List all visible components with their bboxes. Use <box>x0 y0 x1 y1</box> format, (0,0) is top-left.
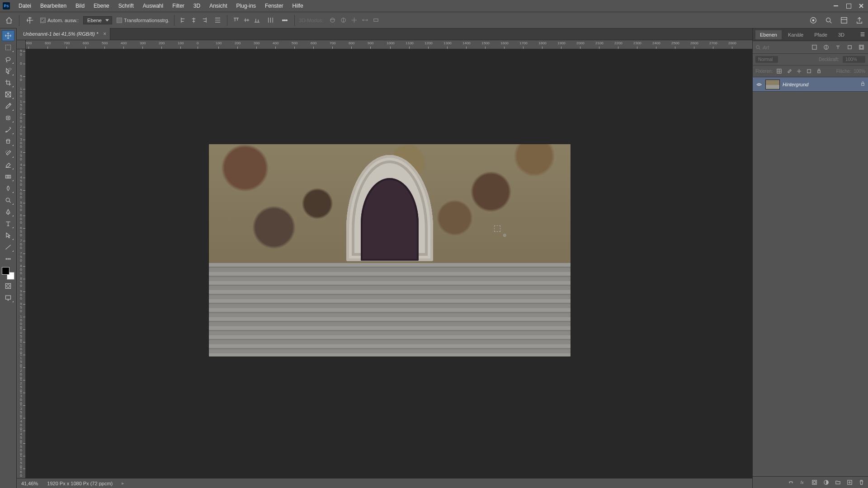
marquee-tool[interactable] <box>2 42 14 53</box>
3d-pan-button[interactable] <box>349 16 359 25</box>
pen-tool[interactable] <box>2 206 14 217</box>
healing-brush-tool[interactable] <box>2 113 14 123</box>
menu-bearbeiten[interactable]: Bearbeiten <box>36 1 71 10</box>
screen-mode-button[interactable] <box>2 292 14 303</box>
more-align-options-button[interactable] <box>280 15 290 25</box>
auto-select-type-dropdown[interactable]: Ebene <box>83 16 112 24</box>
tab-ebenen[interactable]: Ebenen <box>755 30 782 39</box>
delete-layer-button[interactable] <box>857 479 865 487</box>
layer-name[interactable]: Hintergrund <box>783 82 808 87</box>
frame-tool[interactable] <box>2 89 14 100</box>
layer-thumbnail[interactable] <box>765 80 780 89</box>
menu-3d[interactable]: 3D <box>189 1 204 10</box>
quick-mask-button[interactable] <box>2 281 14 291</box>
shape-tool[interactable] <box>2 242 14 253</box>
blend-mode-dropdown[interactable]: Normal <box>755 56 778 63</box>
filter-shape-button[interactable] <box>845 43 854 52</box>
dodge-tool[interactable] <box>2 195 14 206</box>
share-button[interactable] <box>854 15 864 25</box>
color-swatches[interactable] <box>2 267 14 280</box>
blur-tool[interactable] <box>2 183 14 194</box>
menu-filter[interactable]: Filter <box>168 1 189 10</box>
link-layers-button[interactable] <box>787 479 795 487</box>
menu-fenster[interactable]: Fenster <box>261 1 288 10</box>
layer-row[interactable]: Hintergrund <box>753 77 868 92</box>
menu-datei[interactable]: Datei <box>14 1 35 10</box>
layer-fx-button[interactable]: fx <box>798 479 807 487</box>
home-button[interactable] <box>4 15 14 26</box>
3d-orbit-button[interactable] <box>328 16 337 25</box>
document-image[interactable] <box>209 144 571 357</box>
workspace-switcher-button[interactable] <box>839 15 849 25</box>
clone-stamp-tool[interactable] <box>2 136 14 147</box>
filter-type-button[interactable] <box>834 43 842 52</box>
distribute-vertical-button[interactable] <box>266 16 275 25</box>
menu-hilfe[interactable]: Hilfe <box>288 1 307 10</box>
tab-3d[interactable]: 3D <box>834 30 849 39</box>
type-tool[interactable] <box>2 218 14 229</box>
auto-select-checkbox[interactable]: Autom. ausw.: <box>40 18 79 23</box>
filter-pixel-button[interactable] <box>810 43 818 52</box>
lock-pixels-button[interactable] <box>785 68 793 75</box>
align-right-button[interactable] <box>200 16 209 25</box>
ruler-horizontal[interactable]: 9008007006005004003002001000100200300400… <box>26 40 752 49</box>
foreground-color-swatch[interactable] <box>2 267 9 275</box>
align-vcenter-button[interactable] <box>242 16 251 25</box>
search-button[interactable] <box>824 15 834 25</box>
lasso-tool[interactable] <box>2 54 14 65</box>
new-layer-button[interactable] <box>845 479 854 487</box>
lock-artboard-button[interactable] <box>805 68 812 75</box>
window-maximize-button[interactable] <box>844 2 853 10</box>
opacity-field[interactable]: 100% <box>843 56 865 63</box>
window-close-button[interactable] <box>857 2 865 10</box>
gradient-tool[interactable] <box>2 171 14 182</box>
zoom-level[interactable]: 41,46% <box>21 481 38 486</box>
window-minimize-button[interactable] <box>832 2 840 10</box>
menu-schrift[interactable]: Schrift <box>114 1 138 10</box>
menu-auswahl[interactable]: Auswahl <box>139 1 167 10</box>
cloud-docs-button[interactable] <box>808 15 818 25</box>
document-tab[interactable]: Unbenannt-1 bei 41,5% (RGB/8) * × <box>17 28 110 40</box>
3d-slide-button[interactable] <box>360 16 369 25</box>
add-mask-button[interactable] <box>810 479 818 487</box>
distribute-horizontal-button[interactable] <box>213 16 222 25</box>
lock-all-button[interactable] <box>815 68 822 75</box>
align-hcenter-button[interactable] <box>189 16 198 25</box>
new-group-button[interactable] <box>834 479 842 487</box>
visibility-toggle-icon[interactable] <box>755 81 763 88</box>
align-bottom-button[interactable] <box>253 16 262 25</box>
ruler-origin[interactable] <box>17 40 26 49</box>
canvas[interactable] <box>26 49 752 478</box>
status-flyout-icon[interactable]: ▸ <box>122 480 124 486</box>
3d-scale-button[interactable] <box>371 16 380 25</box>
tab-kanaele[interactable]: Kanäle <box>783 30 808 39</box>
move-tool[interactable] <box>2 30 14 41</box>
menu-ebene[interactable]: Ebene <box>90 1 113 10</box>
eraser-tool[interactable] <box>2 160 14 170</box>
document-dimensions[interactable]: 1920 Px x 1080 Px (72 ppcm) <box>47 481 113 486</box>
lock-position-button[interactable] <box>795 68 802 75</box>
transform-controls-checkbox[interactable]: Transformationsstrg. <box>117 18 169 23</box>
lock-transparency-button[interactable] <box>775 68 783 75</box>
fill-field[interactable]: 100% <box>854 69 865 74</box>
tab-pfade[interactable]: Pfade <box>810 30 832 39</box>
filter-adjustment-button[interactable] <box>822 43 830 52</box>
quick-selection-tool[interactable] <box>2 66 14 76</box>
layer-filter-search-input[interactable] <box>763 45 785 50</box>
menu-plugins[interactable]: Plug-ins <box>232 1 260 10</box>
close-tab-button[interactable]: × <box>103 31 106 37</box>
crop-tool[interactable] <box>2 77 14 88</box>
filter-smartobject-button[interactable] <box>857 43 865 52</box>
brush-tool[interactable] <box>2 124 14 135</box>
new-adjustment-button[interactable] <box>822 479 830 487</box>
edit-toolbar-button[interactable] <box>2 253 14 264</box>
menu-ansicht[interactable]: Ansicht <box>205 1 231 10</box>
align-left-button[interactable] <box>179 16 188 25</box>
panel-menu-button[interactable] <box>860 32 865 38</box>
3d-roll-button[interactable] <box>339 16 348 25</box>
align-top-button[interactable] <box>232 16 241 25</box>
ruler-vertical[interactable]: 5005010015020025030035040045050055060065… <box>17 49 26 478</box>
eyedropper-tool[interactable] <box>2 101 14 112</box>
path-selection-tool[interactable] <box>2 230 14 241</box>
history-brush-tool[interactable] <box>2 148 14 159</box>
